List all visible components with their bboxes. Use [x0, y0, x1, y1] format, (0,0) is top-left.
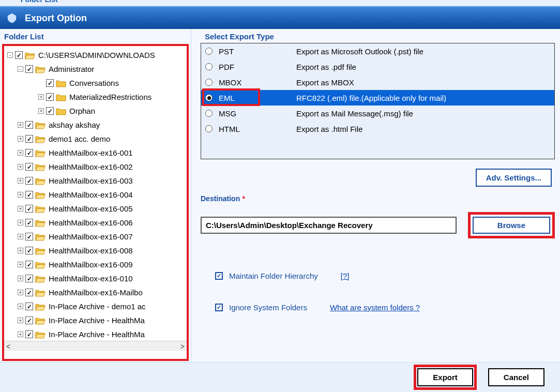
- expand-icon[interactable]: +: [18, 178, 23, 184]
- destination-input[interactable]: [201, 217, 457, 234]
- tree-row[interactable]: -C:\USERS\ADMIN\DOWNLOADS: [6, 48, 187, 62]
- cancel-button[interactable]: Cancel: [488, 368, 544, 386]
- tree-row[interactable]: +HealthMailbox-ex16-004: [6, 188, 187, 202]
- export-type-pdf[interactable]: PDFExport as .pdf file: [201, 59, 554, 74]
- tree-row[interactable]: +akshay akshay: [6, 118, 187, 132]
- tree-checkbox[interactable]: [25, 163, 33, 171]
- tree-row[interactable]: +HealthMailbox-ex16-007: [6, 230, 187, 244]
- export-type-html[interactable]: HTMLExport as .html File: [201, 121, 554, 137]
- tree-row[interactable]: +MaterializedRestrictions: [6, 90, 187, 104]
- expand-icon[interactable]: +: [38, 94, 44, 100]
- system-folders-help-link[interactable]: What are system folders ?: [330, 303, 420, 312]
- export-type-msg[interactable]: MSGExport as Mail Message(.msg) file: [201, 105, 554, 121]
- export-type-radio[interactable]: [205, 125, 213, 132]
- export-type-mbox[interactable]: MBOXExport as MBOX: [201, 74, 554, 90]
- adv-settings-button[interactable]: Adv. Settings...: [476, 169, 552, 187]
- tree-row[interactable]: +HealthMailbox-ex16-010: [6, 272, 187, 285]
- ignore-system-folders-label: Ignore System Folders: [229, 303, 307, 312]
- collapse-icon[interactable]: -: [7, 52, 13, 58]
- export-type-desc: Export as Mail Message(.msg) file: [296, 109, 554, 118]
- scroll-right-icon[interactable]: >: [180, 342, 185, 351]
- tree-checkbox[interactable]: [46, 93, 54, 101]
- tree-row[interactable]: +HealthMailbox-ex16-008: [6, 244, 187, 258]
- expand-icon[interactable]: +: [18, 220, 23, 225]
- tree-row[interactable]: +HealthMailbox-ex16-Mailbo: [6, 285, 187, 299]
- maintain-hierarchy-checkbox[interactable]: [215, 272, 223, 280]
- expand-icon[interactable]: +: [18, 192, 23, 198]
- expand-icon[interactable]: +: [18, 150, 23, 156]
- folder-tree[interactable]: -C:\USERS\ADMIN\DOWNLOADS-AdministratorC…: [4, 46, 187, 341]
- export-type-radio[interactable]: [205, 79, 213, 86]
- tree-checkbox[interactable]: [15, 51, 23, 59]
- ignore-system-folders-checkbox[interactable]: [215, 304, 223, 311]
- export-type-name: HTML: [219, 125, 296, 133]
- tree-horizontal-scrollbar[interactable]: < >: [4, 341, 187, 351]
- tree-checkbox[interactable]: [25, 247, 33, 254]
- tree-row[interactable]: +HealthMailbox-ex16-003: [6, 174, 187, 188]
- tree-checkbox[interactable]: [46, 79, 54, 87]
- folder-icon: [35, 135, 46, 143]
- expand-icon[interactable]: +: [18, 276, 23, 281]
- expand-icon[interactable]: +: [18, 234, 23, 239]
- tree-checkbox[interactable]: [25, 316, 33, 324]
- tree-label: akshay akshay: [49, 120, 100, 129]
- tree-checkbox[interactable]: [25, 205, 33, 213]
- maintain-hierarchy-help-link[interactable]: [?]: [341, 272, 350, 280]
- tree-checkbox[interactable]: [25, 219, 33, 227]
- expand-icon[interactable]: +: [18, 206, 23, 212]
- collapse-icon[interactable]: -: [18, 66, 23, 72]
- tree-label: HealthMailbox-ex16-006: [49, 218, 133, 227]
- expand-icon[interactable]: +: [18, 122, 23, 128]
- expand-icon[interactable]: +: [18, 136, 23, 142]
- expand-icon[interactable]: +: [18, 331, 23, 337]
- tree-checkbox[interactable]: [25, 261, 33, 268]
- tree-row[interactable]: +In-Place Archive - HealthMa: [6, 313, 187, 327]
- expand-icon[interactable]: +: [18, 304, 23, 309]
- tree-row[interactable]: +HealthMailbox-ex16-009: [6, 258, 187, 272]
- window-title: Export Option: [25, 13, 87, 24]
- tree-checkbox[interactable]: [25, 275, 33, 282]
- export-highlight: Export: [414, 365, 477, 390]
- tree-row[interactable]: -Administrator: [6, 62, 187, 76]
- tree-row[interactable]: +Orphan: [6, 104, 187, 118]
- tree-checkbox[interactable]: [25, 121, 33, 129]
- expand-icon[interactable]: +: [38, 108, 44, 114]
- export-button[interactable]: Export: [417, 368, 473, 386]
- folder-icon: [35, 247, 46, 255]
- export-type-pst[interactable]: PSTExport as Microsoft Outlook (.pst) fi…: [201, 43, 554, 59]
- tree-checkbox[interactable]: [46, 107, 54, 115]
- expand-icon[interactable]: +: [18, 248, 23, 253]
- browse-button[interactable]: Browse: [473, 217, 550, 234]
- tree-checkbox[interactable]: [25, 303, 33, 310]
- tree-row[interactable]: +HealthMailbox-ex16-001: [6, 146, 187, 160]
- export-type-radio[interactable]: [205, 63, 213, 70]
- tree-checkbox[interactable]: [25, 191, 33, 199]
- expand-icon[interactable]: +: [18, 318, 23, 323]
- tree-row[interactable]: +demo1 acc. demo: [6, 132, 187, 146]
- expand-icon[interactable]: +: [18, 262, 23, 267]
- folder-icon: [35, 121, 46, 129]
- tree-row[interactable]: +In-Place Archive - demo1 ac: [6, 299, 187, 313]
- folder-icon: [35, 65, 46, 73]
- tree-checkbox[interactable]: [25, 330, 33, 338]
- expand-icon[interactable]: +: [18, 164, 23, 170]
- tree-checkbox[interactable]: [25, 149, 33, 157]
- tree-checkbox[interactable]: [25, 177, 33, 185]
- tree-checkbox[interactable]: [25, 233, 33, 240]
- export-type-radio[interactable]: [205, 48, 213, 55]
- tree-checkbox[interactable]: [25, 289, 33, 296]
- expand-icon[interactable]: +: [18, 290, 23, 295]
- tree-row[interactable]: Conversations: [6, 76, 187, 90]
- tree-row[interactable]: +HealthMailbox-ex16-006: [6, 216, 187, 230]
- tree-row[interactable]: +In-Place Archive - HealthMa: [6, 327, 187, 341]
- export-type-radio[interactable]: [205, 110, 213, 117]
- tree-checkbox[interactable]: [25, 65, 33, 73]
- scroll-left-icon[interactable]: <: [6, 342, 10, 351]
- tree-checkbox[interactable]: [25, 135, 33, 143]
- tree-label: Orphan: [69, 107, 95, 115]
- export-type-radio[interactable]: [205, 94, 213, 101]
- export-type-eml[interactable]: EMLRFC822 (.eml) file.(Applicable only f…: [201, 90, 554, 105]
- tree-label: MaterializedRestrictions: [69, 93, 152, 101]
- tree-row[interactable]: +HealthMailbox-ex16-002: [6, 160, 187, 174]
- tree-row[interactable]: +HealthMailbox-ex16-005: [6, 202, 187, 216]
